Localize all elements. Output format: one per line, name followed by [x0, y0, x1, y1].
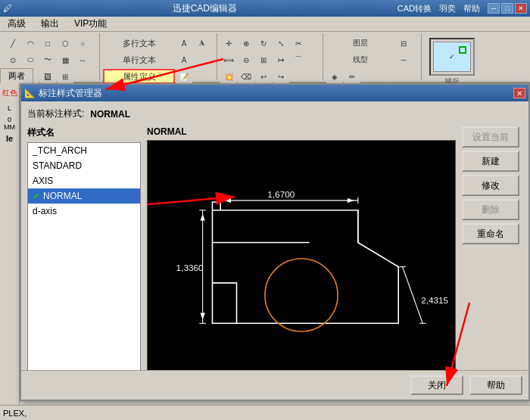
menu-bar: 高级 输出 VIP功能 [0, 17, 530, 32]
modify-button[interactable]: 修改 [462, 175, 519, 196]
tb-explode[interactable]: 💥 [220, 69, 237, 84]
menu-advanced[interactable]: 高级 [3, 16, 30, 32]
close-button[interactable]: 关闭 [410, 375, 463, 395]
attribute-def-btn[interactable]: 属性定义 [103, 69, 175, 84]
style-item-daxis[interactable]: d-axis [28, 204, 140, 219]
tb-fillet[interactable]: ⌒ [290, 52, 307, 67]
tb-spline[interactable]: 〜 [39, 52, 56, 67]
tb-circle2[interactable]: ⊙ [5, 52, 21, 67]
preview-panel: NORMAL [147, 126, 456, 394]
preview-label: NORMAL [147, 126, 456, 137]
styles-label: 样式名 [27, 126, 141, 139]
current-style-label: 当前标注样式: [27, 107, 84, 120]
tb-block[interactable]: ⊞ [57, 69, 73, 84]
svg-text:2,4315: 2,4315 [421, 295, 448, 305]
tb-poly[interactable]: ⬡ [57, 36, 73, 51]
tb-undo[interactable]: ↩ [255, 69, 272, 84]
style-item-normal[interactable]: ✓ NORMAL [28, 188, 140, 204]
dim-style-manager-dialog: 📐 标注样式管理器 ✕ 当前标注样式: NORMAL 样式名 _TCH_ARCH… [20, 83, 530, 401]
sidebar-ie: Ie [2, 132, 18, 145]
tb-copy[interactable]: ⊕ [238, 36, 254, 51]
tb-trim[interactable]: ✂ [290, 36, 307, 51]
delete-button[interactable]: 删除 [462, 199, 519, 220]
text-icon1[interactable]: A [176, 36, 192, 51]
tb-offset[interactable]: ⊖ [238, 52, 254, 67]
linetype-icon[interactable]: ─ [395, 52, 412, 67]
toolbar-area: ╱ ◠ □ ⬡ ○ ⊙ ⬭ 〜 ▦ ↔ ↗ · 🖼 ⊞ 绘制 多行文本 A 𝐀 … [0, 32, 530, 83]
tb-scale[interactable]: ⤡ [273, 36, 289, 51]
cad-convert-label: CAD转换 [398, 3, 432, 14]
style-item-tch[interactable]: _TCH_ARCH [28, 143, 140, 158]
style-list-box[interactable]: _TCH_ARCH STANDARD AXIS ✓ NORMAL d-axis [27, 142, 141, 374]
dialog-title-bar: 📐 标注样式管理器 ✕ [21, 85, 528, 101]
tb-arc[interactable]: ◠ [22, 36, 39, 51]
dialog-title-icon: 📐 [24, 88, 36, 98]
layer-btn[interactable]: 图层 [326, 36, 394, 51]
tools-section: ✛ ⊕ ↻ ⤡ ✂ ⟺ ⊖ ⊞ ↦ ⌒ 💥 ⌫ ↩ ↪ 工具 [217, 33, 323, 80]
tb-hatch[interactable]: ▦ [57, 52, 73, 67]
current-style-value: NORMAL [90, 109, 130, 120]
tb-move[interactable]: ✛ [220, 36, 237, 51]
text-icon3[interactable]: A [176, 52, 192, 67]
tb-extend[interactable]: ↦ [273, 52, 289, 67]
tb-rect[interactable]: □ [39, 36, 56, 51]
羽奕-label: 羽奕 [439, 3, 456, 14]
singleline-text-btn[interactable]: 单行文本 [103, 52, 175, 67]
menu-vip[interactable]: VIP功能 [70, 16, 111, 32]
prop-icon1[interactable]: ◈ [326, 69, 343, 84]
rename-button[interactable]: 重命名 [462, 223, 519, 244]
tb-dim[interactable]: ↔ [74, 52, 91, 67]
sidebar-red[interactable]: 红色 [2, 86, 18, 100]
style-item-standard[interactable]: STANDARD [28, 158, 140, 173]
tb-redo[interactable]: ↪ [273, 69, 289, 84]
title-bar: 🖊 迅捷CAD编辑器 CAD转换 羽奕 帮助 ─ □ ✕ [0, 0, 530, 17]
dialog-close-button[interactable]: ✕ [513, 88, 525, 98]
svg-text:1,3360: 1,3360 [176, 263, 204, 272]
tb-mirror[interactable]: ⟺ [220, 52, 237, 67]
text-icon4[interactable]: 📝 [176, 69, 192, 84]
buttons-panel: 设置当前 新建 修改 删除 重命名 [462, 126, 522, 394]
minimize-button[interactable]: ─ [488, 3, 500, 14]
maximize-button[interactable]: □ [501, 3, 513, 14]
tb-ellipse[interactable]: ⬭ [22, 52, 39, 67]
preview-svg: 1,6700 1,3360 [148, 141, 455, 393]
dialog-body: 当前标注样式: NORMAL 样式名 _TCH_ARCH STANDARD AX… [21, 101, 528, 400]
dialog-title-text: 标注样式管理器 [39, 87, 102, 100]
tb-line[interactable]: ╱ [5, 36, 21, 51]
app-title: 迅捷CAD编辑器 [12, 2, 398, 15]
bottom-buttons: 关闭 帮助 [21, 370, 528, 400]
linetype-btn[interactable]: 线型 [326, 52, 394, 67]
menu-output[interactable]: 输出 [36, 16, 64, 32]
app-icon: 🖊 [3, 3, 12, 14]
new-button[interactable]: 新建 [462, 151, 519, 172]
title-bar-left: 🖊 [3, 3, 12, 14]
multiline-text-btn[interactable]: 多行文本 [103, 36, 175, 51]
style-name-daxis: d-axis [33, 206, 57, 216]
snap-section: ✓ 捕捉 [422, 33, 482, 80]
svg-text:1,6700: 1,6700 [267, 189, 295, 199]
text-section: 多行文本 A 𝐀 单行文本 A 属性定义 📝 文字 [100, 33, 217, 80]
prop-icon2[interactable]: ✏ [344, 69, 360, 84]
help-bottom-button[interactable]: 帮助 [469, 375, 522, 395]
style-item-axis[interactable]: AXIS [28, 173, 140, 188]
current-style-row: 当前标注样式: NORMAL [27, 107, 522, 120]
sidebar-mm[interactable]: 0 MM [2, 117, 18, 130]
tb-circle[interactable]: ○ [74, 36, 91, 51]
tb-rotate[interactable]: ↻ [255, 36, 272, 51]
sidebar-l[interactable]: L [2, 101, 18, 115]
tab-main[interactable]: 两者 [0, 68, 33, 83]
close-button[interactable]: ✕ [515, 3, 527, 14]
tb-img[interactable]: 🖼 [39, 69, 56, 84]
tb-array[interactable]: ⊞ [255, 52, 272, 67]
left-sidebar: 红色 L 0 MM Ie [0, 83, 20, 420]
style-active-check: ✓ [33, 191, 40, 201]
style-name-axis: AXIS [33, 176, 53, 186]
tb-erase[interactable]: ⌫ [238, 69, 254, 84]
preview-canvas: 1,6700 1,3360 [147, 140, 456, 394]
title-bar-controls: CAD转换 羽奕 帮助 ─ □ ✕ [398, 3, 527, 14]
set-current-button[interactable]: 设置当前 [462, 126, 519, 148]
text-icon2[interactable]: 𝐀 [193, 36, 210, 51]
layer-icon[interactable]: ⊟ [395, 36, 412, 51]
status-bar: PLEX, [0, 405, 530, 420]
help-label: 帮助 [463, 3, 480, 14]
